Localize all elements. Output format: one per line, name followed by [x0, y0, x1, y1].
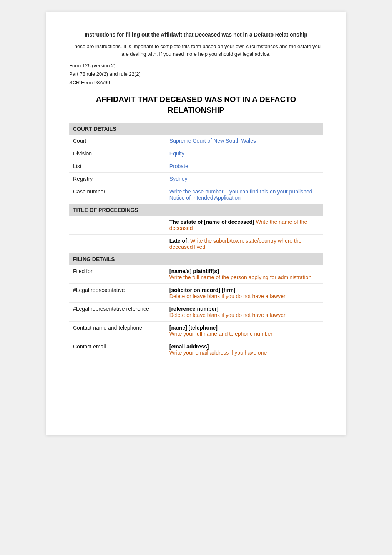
legal-rep-label: #Legal representative [69, 284, 166, 303]
filed-for-bold: [name/s] plaintiff[s] [169, 268, 219, 274]
contact-name-bold: [name] [telephone] [169, 325, 218, 331]
filing-details-section: FILING DETAILS Filed for [name/s] plaint… [69, 253, 323, 359]
estate-label [69, 216, 166, 235]
court-value-text: Supreme Court of New South Wales [169, 138, 256, 144]
registry-label: Registry [69, 173, 166, 185]
table-row: Case number Write the case number – you … [69, 185, 323, 204]
contact-name-value: [name] [telephone] Write your full name … [166, 322, 323, 340]
court-details-table: Court Supreme Court of New South Wales D… [69, 135, 323, 204]
contact-email-value: [email address] Write your email address… [166, 340, 323, 359]
estate-value: The estate of [name of deceased] Write t… [166, 216, 323, 235]
table-row: The estate of [name of deceased] Write t… [69, 216, 323, 235]
title-of-proceedings-section: TITLE OF PROCEEDINGS The estate of [name… [69, 204, 323, 253]
late-of-label [69, 235, 166, 253]
division-label: Division [69, 147, 166, 160]
table-row: Contact name and telephone [name] [telep… [69, 322, 323, 340]
table-row: Court Supreme Court of New South Wales [69, 135, 323, 147]
contact-email-label: Contact email [69, 340, 166, 359]
instructions-title: Instructions for filling out the Affidav… [69, 31, 323, 39]
legal-rep-bold: [solicitor on record] [firm] [169, 287, 236, 293]
form-meta: Form 126 (version 2) Part 78 rule 20(2) … [69, 62, 323, 87]
contact-email-instruction: Write your email address if you have one [169, 350, 267, 356]
court-details-header: COURT DETAILS [69, 123, 323, 135]
instructions-body: These are instructions. It is important … [69, 43, 323, 58]
case-number-value-text: Write the case number – you can find thi… [169, 188, 312, 201]
meta-line1: Form 126 (version 2) [69, 62, 323, 70]
filed-for-label: Filed for [69, 265, 166, 284]
late-of-bold: Late of: [169, 238, 189, 244]
list-label: List [69, 160, 166, 173]
table-row: Division Equity [69, 147, 323, 160]
case-number-label: Case number [69, 185, 166, 204]
table-row: Filed for [name/s] plaintiff[s] Write th… [69, 265, 323, 284]
legal-rep-ref-value: [reference number] Delete or leave blank… [166, 303, 323, 322]
page-container: Instructions for filling out the Affidav… [46, 12, 346, 435]
legal-rep-ref-label: #Legal representative reference [69, 303, 166, 322]
table-row: List Probate [69, 160, 323, 173]
legal-rep-instruction: Delete or leave blank if you do not have… [169, 293, 286, 299]
registry-value-text: Sydney [169, 176, 188, 182]
filed-for-instruction: Write the full name of the person applyi… [169, 274, 311, 280]
late-of-value: Late of: Write the suburb/town, state/co… [166, 235, 323, 253]
title-of-proceedings-table: The estate of [name of deceased] Write t… [69, 216, 323, 253]
table-row: Registry Sydney [69, 173, 323, 185]
meta-line2: Part 78 rule 20(2) and rule 22(2) [69, 70, 323, 78]
table-row: #Legal representative [solicitor on reco… [69, 284, 323, 303]
list-value-text: Probate [169, 163, 188, 169]
table-row: Late of: Write the suburb/town, state/co… [69, 235, 323, 253]
filing-details-table: Filed for [name/s] plaintiff[s] Write th… [69, 265, 323, 359]
contact-name-instruction: Write your full name and telephone numbe… [169, 331, 272, 337]
filing-details-header: FILING DETAILS [69, 253, 323, 265]
court-value: Supreme Court of New South Wales [166, 135, 323, 147]
table-row: #Legal representative reference [referen… [69, 303, 323, 322]
late-of-instruction: Write the suburb/town, state/country whe… [169, 238, 302, 250]
estate-bold: The estate of [name of deceased] [169, 219, 254, 225]
contact-name-label: Contact name and telephone [69, 322, 166, 340]
court-label: Court [69, 135, 166, 147]
court-details-section: COURT DETAILS Court Supreme Court of New… [69, 123, 323, 204]
division-value-text: Equity [169, 150, 184, 157]
division-value: Equity [166, 147, 323, 160]
title-of-proceedings-header: TITLE OF PROCEEDINGS [69, 204, 323, 216]
filed-for-value: [name/s] plaintiff[s] Write the full nam… [166, 265, 323, 284]
main-title: AFFIDAVIT THAT DECEASED WAS NOT IN A DEF… [69, 94, 323, 115]
contact-email-bold: [email address] [169, 343, 209, 350]
list-value: Probate [166, 160, 323, 173]
registry-value: Sydney [166, 173, 323, 185]
meta-line3: SCR Form 98A/99 [69, 78, 323, 87]
legal-rep-ref-instruction: Delete or leave blank if you do not have… [169, 312, 286, 318]
legal-rep-ref-bold: [reference number] [169, 306, 219, 312]
legal-rep-value: [solicitor on record] [firm] Delete or l… [166, 284, 323, 303]
case-number-value: Write the case number – you can find thi… [166, 185, 323, 204]
table-row: Contact email [email address] Write your… [69, 340, 323, 359]
